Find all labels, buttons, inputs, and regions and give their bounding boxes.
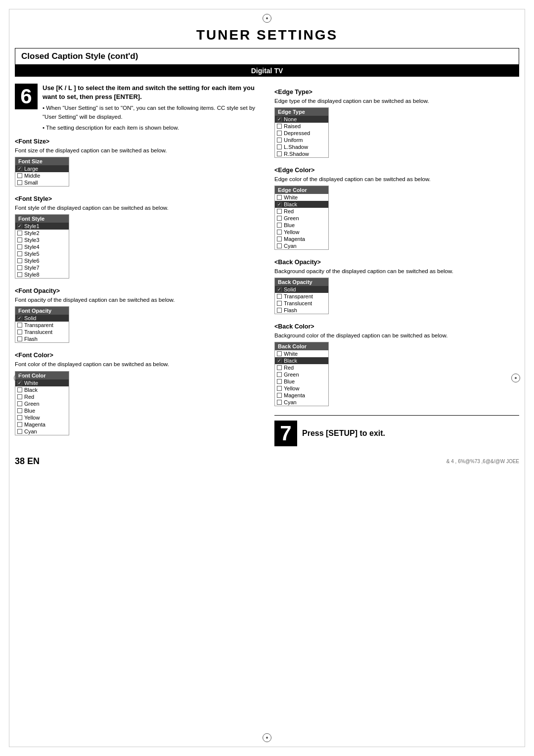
page-border: [9, 9, 525, 747]
bottom-registration-mark: [263, 733, 271, 742]
top-registration-mark: [263, 14, 271, 23]
right-registration-mark: [511, 374, 520, 382]
left-registration-mark: [14, 374, 23, 382]
